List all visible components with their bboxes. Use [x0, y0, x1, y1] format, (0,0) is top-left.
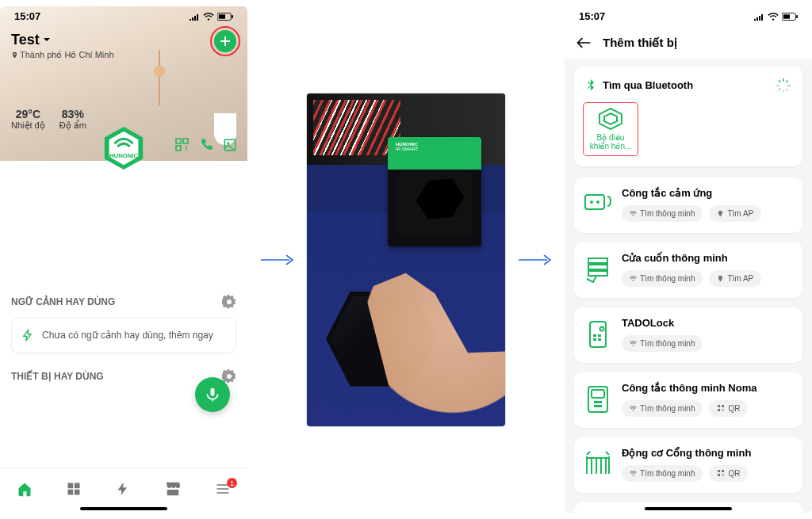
- bluetooth-found-device[interactable]: Bộ điều khiển hồn...: [585, 105, 636, 154]
- home-selector[interactable]: Test: [11, 32, 236, 48]
- call-icon[interactable]: [198, 137, 214, 153]
- home-name-label: Test: [11, 32, 40, 48]
- svg-point-29: [600, 326, 604, 330]
- flow-arrow-1: [259, 252, 296, 268]
- mic-button[interactable]: [195, 377, 230, 412]
- svg-rect-2: [232, 15, 233, 18]
- signal-icon: [753, 13, 764, 21]
- device-type-title: TADOLock: [622, 317, 793, 329]
- svg-rect-32: [593, 338, 596, 341]
- svg-rect-13: [783, 14, 790, 18]
- product-box-hex: [416, 177, 464, 221]
- device-type-card[interactable]: Công tắc cảm ứng Tìm thông minhTìm AP: [574, 177, 802, 233]
- tab-rooms[interactable]: [66, 481, 82, 500]
- add-device-button[interactable]: [214, 30, 236, 52]
- svg-point-11: [227, 142, 229, 144]
- chip-qr[interactable]: QR: [709, 465, 748, 482]
- status-time: 15:07: [14, 10, 40, 22]
- device-type-title: Cửa cuốn thông minh: [622, 252, 793, 264]
- tab-automation[interactable]: [115, 481, 131, 500]
- device-type-card[interactable]: TADOLock Tìm thông minh: [574, 307, 802, 363]
- chip-qr[interactable]: QR: [709, 400, 748, 417]
- weather-temp: 29°C Nhiệt độ: [11, 108, 45, 131]
- battery-icon: [782, 13, 798, 21]
- tab-menu[interactable]: 1: [215, 481, 231, 500]
- svg-text:HUNONIC: HUNONIC: [109, 151, 138, 158]
- svg-rect-25: [585, 195, 604, 209]
- svg-rect-6: [176, 139, 181, 143]
- wifi-icon: [203, 13, 214, 21]
- scene-empty-card[interactable]: Chưa có ngữ cảnh hay dùng, thêm ngay: [11, 317, 236, 353]
- home-screen: 15:07 Test Thành phố Hồ Chí Minh 29°C Nh…: [0, 6, 247, 513]
- home-icon: [17, 481, 33, 497]
- device-list: Tìm qua Bluetooth Bộ điều khiển hồn... C…: [565, 59, 812, 513]
- location-pin-icon: [11, 52, 18, 59]
- svg-point-9: [186, 147, 187, 149]
- svg-rect-8: [176, 146, 181, 151]
- chip-wifi[interactable]: Tìm thông minh: [622, 270, 703, 287]
- weather-row: 29°C Nhiệt độ 83% Độ ẩm: [0, 60, 247, 131]
- chip-wifi[interactable]: Tìm thông minh: [622, 335, 703, 352]
- tab-store[interactable]: [164, 481, 182, 500]
- temp-value: 29°C: [11, 108, 45, 120]
- grid-icon[interactable]: [174, 137, 190, 153]
- chip-wifi[interactable]: Tìm thông minh: [622, 205, 703, 222]
- chip-wifi[interactable]: Tìm thông minh: [622, 400, 703, 417]
- product-box: HUNONIC IR SMART: [388, 137, 481, 246]
- svg-rect-10: [224, 139, 236, 151]
- svg-rect-7: [183, 139, 188, 143]
- hum-label: Độ ẩm: [59, 120, 86, 131]
- plus-icon: [219, 35, 232, 48]
- menu-badge: 1: [227, 478, 237, 488]
- device-type-card[interactable]: Cửa cuốn thông minh Tìm thông minhTìm AP: [574, 242, 802, 298]
- device-type-icon: [584, 320, 612, 349]
- device-type-icon: [584, 450, 612, 479]
- bolt-icon: [21, 329, 34, 342]
- svg-rect-1: [219, 14, 225, 18]
- back-icon[interactable]: [576, 35, 592, 51]
- grid-icon: [66, 481, 82, 497]
- wifi-icon: [768, 13, 779, 21]
- svg-rect-33: [598, 338, 601, 341]
- device-type-card[interactable]: Công tắc thông minh Noma Tìm thông minhQ…: [574, 372, 802, 428]
- svg-rect-36: [594, 401, 602, 403]
- svg-rect-14: [796, 15, 798, 18]
- device-type-icon: [584, 512, 612, 513]
- status-indicators: [189, 13, 233, 21]
- status-bar: 15:07: [0, 6, 247, 27]
- add-device-screen: 15:07 Thêm thiết bị Tìm qua Bluetooth: [565, 6, 812, 513]
- store-icon: [164, 481, 182, 497]
- battery-icon: [217, 13, 233, 21]
- caret-down-icon: [43, 36, 51, 44]
- chip-wifi[interactable]: Tìm thông minh: [622, 465, 703, 482]
- home-location[interactable]: Thành phố Hồ Chí Minh: [11, 50, 236, 60]
- device-type-card[interactable]: Động cơ Cổng thông minh Tìm thông minhQR: [574, 437, 802, 493]
- svg-rect-31: [598, 334, 601, 337]
- screen-title: Thêm thiết bị: [603, 36, 677, 50]
- chip-pin[interactable]: Tìm AP: [709, 205, 761, 222]
- svg-rect-20: [785, 88, 788, 91]
- bluetooth-icon: [585, 79, 596, 92]
- weather-humidity: 83% Độ ẩm: [59, 108, 86, 131]
- svg-rect-21: [785, 79, 788, 82]
- product-photo: HUNONIC IR SMART: [307, 93, 505, 426]
- image-icon[interactable]: [222, 137, 238, 153]
- device-type-title: Công tắc thông minh Noma: [622, 382, 793, 394]
- svg-point-26: [590, 200, 593, 204]
- svg-rect-17: [776, 85, 779, 86]
- home-body: NGỮ CẢNH HAY DÙNG Chưa có ngữ cảnh hay d…: [0, 285, 247, 467]
- device-type-title: Động cơ Cổng thông minh: [622, 447, 793, 459]
- gear-icon[interactable]: [222, 295, 236, 309]
- scene-empty-label: Chưa có ngữ cảnh hay dùng, thêm ngay: [42, 330, 213, 341]
- svg-rect-37: [594, 405, 602, 407]
- tab-home[interactable]: [17, 481, 33, 500]
- mic-icon: [205, 387, 220, 403]
- section-devices-label: THIẾT BỊ HAY DÙNG: [11, 371, 104, 382]
- chip-pin[interactable]: Tìm AP: [709, 270, 761, 287]
- svg-rect-22: [778, 87, 781, 90]
- device-type-title: Công tắc cảm ứng: [622, 187, 793, 199]
- bluetooth-found-label: Bộ điều khiển hồn...: [590, 133, 632, 151]
- hum-value: 83%: [59, 108, 86, 120]
- signal-icon: [189, 13, 200, 21]
- loading-spinner-icon: [776, 78, 791, 93]
